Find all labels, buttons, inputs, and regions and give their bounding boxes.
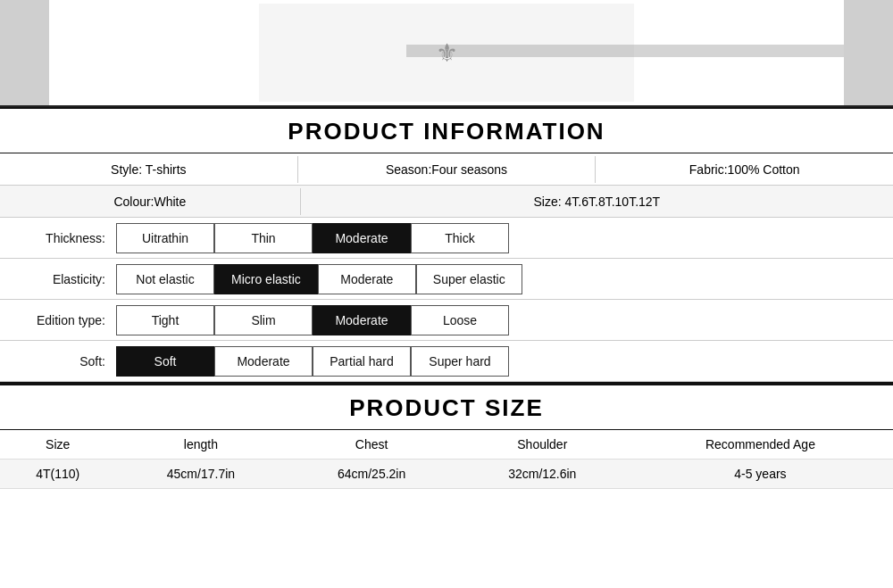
product-size-section: PRODUCT SIZE Size length Chest Shoulder … bbox=[0, 384, 893, 489]
size-table: Size length Chest Shoulder Recommended A… bbox=[0, 430, 893, 489]
edition-options: Tight Slim Moderate Loose bbox=[116, 305, 893, 335]
right-bar bbox=[844, 0, 893, 105]
thickness-options: Uitrathin Thin Moderate Thick bbox=[116, 223, 893, 253]
elasticity-micro-elastic[interactable]: Micro elastic bbox=[214, 264, 318, 294]
soft-row: Soft: Soft Moderate Partial hard Super h… bbox=[0, 341, 893, 382]
elasticity-options: Not elastic Micro elastic Moderate Super… bbox=[116, 264, 893, 294]
info-row-style: Style: T-shirts Season:Four seasons Fabr… bbox=[0, 153, 893, 186]
cell-length: 45cm/17.7in bbox=[115, 460, 286, 489]
col-age: Recommended Age bbox=[628, 430, 893, 460]
soft-partial-hard[interactable]: Partial hard bbox=[313, 346, 411, 377]
elasticity-super-elastic[interactable]: Super elastic bbox=[416, 264, 522, 294]
product-info-title: PRODUCT INFORMATION bbox=[0, 109, 893, 153]
elasticity-not-elastic[interactable]: Not elastic bbox=[116, 264, 214, 294]
soft-soft[interactable]: Soft bbox=[116, 346, 214, 377]
edition-slim[interactable]: Slim bbox=[214, 305, 313, 335]
product-info-section: PRODUCT INFORMATION Style: T-shirts Seas… bbox=[0, 107, 893, 384]
info-row-colour: Colour:White Size: 4T.6T.8T.10T.12T bbox=[0, 186, 893, 218]
col-size: Size bbox=[0, 430, 115, 460]
cell-chest: 64cm/25.2in bbox=[287, 460, 457, 489]
thickness-label: Thickness: bbox=[0, 231, 116, 245]
edition-row: Edition type: Tight Slim Moderate Loose bbox=[0, 300, 893, 341]
soft-moderate[interactable]: Moderate bbox=[214, 346, 313, 377]
colour-cell: Colour:White bbox=[0, 188, 301, 215]
top-divider-bar bbox=[406, 45, 844, 57]
thickness-uitrathin[interactable]: Uitrathin bbox=[116, 223, 214, 253]
edition-moderate[interactable]: Moderate bbox=[313, 305, 411, 335]
size-options-cell: Size: 4T.6T.8T.10T.12T bbox=[301, 188, 893, 215]
left-bar bbox=[0, 0, 49, 105]
col-length: length bbox=[115, 430, 286, 460]
size-table-header-row: Size length Chest Shoulder Recommended A… bbox=[0, 430, 893, 460]
top-image-area: ⚜ bbox=[0, 0, 893, 107]
fabric-cell: Fabric:100% Cotton bbox=[596, 156, 893, 183]
elasticity-row: Elasticity: Not elastic Micro elastic Mo… bbox=[0, 259, 893, 300]
soft-label: Soft: bbox=[0, 354, 116, 369]
elasticity-moderate[interactable]: Moderate bbox=[318, 264, 416, 294]
edition-loose[interactable]: Loose bbox=[411, 305, 509, 335]
soft-super-hard[interactable]: Super hard bbox=[411, 346, 509, 377]
edition-tight[interactable]: Tight bbox=[116, 305, 214, 335]
season-cell: Season:Four seasons bbox=[298, 156, 597, 183]
cell-shoulder: 32cm/12.6in bbox=[457, 460, 628, 489]
style-cell: Style: T-shirts bbox=[0, 156, 298, 183]
thickness-thick[interactable]: Thick bbox=[411, 223, 509, 253]
thickness-thin[interactable]: Thin bbox=[214, 223, 313, 253]
thickness-row: Thickness: Uitrathin Thin Moderate Thick bbox=[0, 218, 893, 259]
cell-size: 4T(110) bbox=[0, 460, 115, 489]
cell-age: 4-5 years bbox=[628, 460, 893, 489]
elasticity-label: Elasticity: bbox=[0, 272, 116, 286]
product-size-title: PRODUCT SIZE bbox=[0, 385, 893, 430]
soft-options: Soft Moderate Partial hard Super hard bbox=[116, 346, 893, 377]
col-chest: Chest bbox=[287, 430, 457, 460]
table-row: 4T(110) 45cm/17.7in 64cm/25.2in 32cm/12.… bbox=[0, 460, 893, 489]
col-shoulder: Shoulder bbox=[457, 430, 628, 460]
thickness-moderate[interactable]: Moderate bbox=[313, 223, 411, 253]
edition-label: Edition type: bbox=[0, 313, 116, 327]
